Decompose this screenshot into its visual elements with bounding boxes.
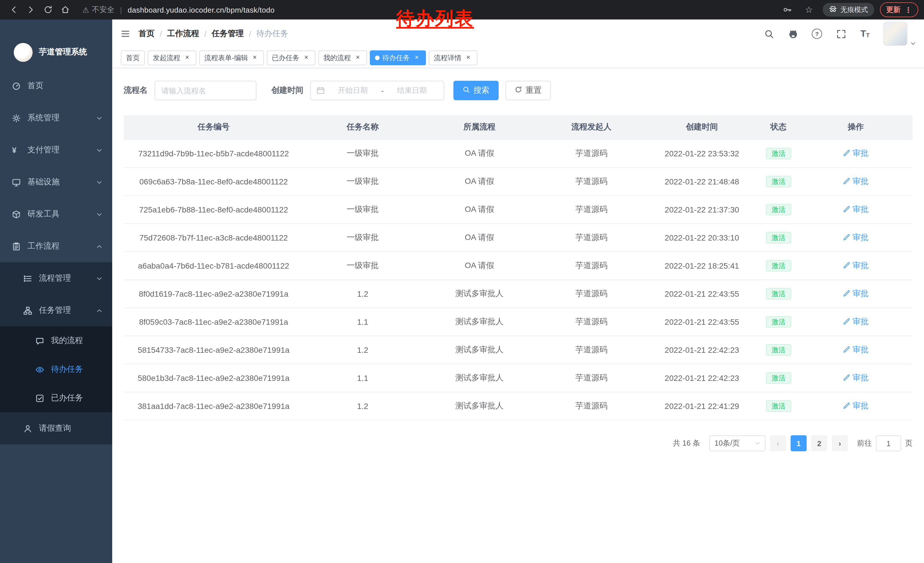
close-icon[interactable]: × [464,54,472,62]
browser-menu-icon[interactable]: ⋮ [904,6,912,14]
close-icon[interactable]: × [251,54,259,62]
url-text[interactable]: dashboard.yudao.iocoder.cn/bpm/task/todo [128,6,274,14]
sidebar-collapse-icon[interactable] [112,29,138,38]
edit-icon [843,290,850,297]
column-header: 状态 [758,115,799,140]
process-cell: 测试多审批人 [422,308,537,336]
close-icon[interactable]: × [302,54,310,62]
update-button[interactable]: 更新 ⋮ [880,2,918,17]
sidebar-item-system[interactable]: 系统管理 [0,102,112,134]
chevron-up-icon [96,243,102,249]
sidebar-item-home[interactable]: 首页 [0,70,112,102]
approve-link[interactable]: 审批 [843,261,869,271]
status-badge: 激活 [766,372,791,384]
check-square-icon [36,394,44,402]
edit-icon [843,402,850,410]
start-date-placeholder[interactable]: 开始日期 [327,86,379,96]
status-badge: 激活 [766,232,791,243]
prev-page-button[interactable]: ‹ [770,435,786,451]
address-divider: | [120,6,122,14]
close-icon[interactable]: × [183,54,191,62]
table-row: 580e1b3d-7ac8-11ec-a9e2-a2380e71991a1.1测… [124,364,912,392]
page-button-1[interactable]: 1 [790,435,807,451]
user-menu[interactable] [884,22,916,46]
tab-待办任务[interactable]: 待办任务× [370,50,426,65]
annotation-text: 待办列表 [396,6,474,32]
tab-流程表单-编辑[interactable]: 流程表单-编辑× [199,50,264,65]
process-cell: OA 请假 [422,252,537,280]
table-row: 58154733-7ac8-11ec-a9e2-a2380e71991a1.2测… [124,336,912,364]
star-icon[interactable]: ☆ [801,2,817,18]
goto-page-input[interactable] [876,435,901,451]
initiator-cell: 芋道源码 [537,224,646,252]
search-icon[interactable] [763,28,775,39]
approve-link[interactable]: 审批 [843,345,869,355]
refresh-icon[interactable] [40,2,56,18]
sidebar-item-leave-query[interactable]: 请假查询 [0,412,112,444]
goto-label: 前往 [857,438,872,449]
breadcrumb-item[interactable]: 工作流程 [167,29,199,39]
font-size-icon[interactable]: TT [859,28,871,39]
key-icon[interactable] [779,2,795,18]
sidebar-item-infrastructure[interactable]: 基础设施 [0,166,112,198]
date-range-picker[interactable]: 开始日期 - 结束日期 [310,81,444,100]
table-row: 8f059c03-7ac8-11ec-a9e2-a2380e71991a1.1测… [124,308,912,336]
approve-link[interactable]: 审批 [843,204,869,215]
breadcrumb-item[interactable]: 首页 [138,29,154,39]
sidebar-item-task-manage[interactable]: 任务管理 [0,294,112,326]
created-cell: 2022-01-21 22:43:55 [646,308,758,336]
process-cell: OA 请假 [422,140,537,168]
chevron-down-icon [910,38,916,44]
tab-已办任务[interactable]: 已办任务× [267,50,315,65]
end-date-placeholder[interactable]: 结束日期 [386,86,438,96]
sidebar-item-my-process[interactable]: 我的流程 [0,326,112,355]
reset-button[interactable]: 重置 [506,81,551,100]
sidebar-item-todo-task[interactable]: 待办任务 [0,355,112,384]
avatar[interactable] [884,22,908,46]
home-icon[interactable] [57,2,73,18]
forward-icon[interactable] [23,2,39,18]
top-navbar: 首页/工作流程/任务管理/待办任务 ?TT [112,20,924,48]
breadcrumb-separator: / [249,29,251,38]
process-name-input[interactable] [154,81,256,100]
table-row: 8f0d1619-7ac8-11ec-a9e2-a2380e71991a1.2测… [124,280,912,308]
viewport: 待办列表 ⚠ 不安全 | dashboard.yudao.iocoder.cn/… [0,0,924,563]
breadcrumb-item[interactable]: 任务管理 [212,29,244,39]
task-name-cell: 1.2 [303,392,422,420]
github-icon[interactable] [787,28,799,39]
created-cell: 2022-01-21 22:41:29 [646,392,758,420]
process-name-label: 流程名 [124,86,148,96]
tab-流程详情[interactable]: 流程详情× [429,50,477,65]
tab-我的流程[interactable]: 我的流程× [318,50,367,65]
chevron-down-icon [96,147,102,153]
search-button[interactable]: 搜索 [453,81,499,100]
sidebar-item-workflow[interactable]: 工作流程 [0,230,112,262]
approve-link[interactable]: 审批 [843,289,869,299]
app-logo[interactable]: 芋道管理系统 [0,20,112,70]
sidebar-item-payment[interactable]: ¥支付管理 [0,134,112,166]
approve-link[interactable]: 审批 [843,148,869,159]
tab-首页[interactable]: 首页 [121,50,145,65]
sidebar-item-process-manage[interactable]: 流程管理 [0,262,112,294]
help-icon[interactable]: ? [811,28,823,39]
approve-link[interactable]: 审批 [843,317,869,327]
sidebar-item-done-task[interactable]: 已办任务 [0,384,112,412]
sidebar-item-devtools[interactable]: 研发工具 [0,198,112,230]
approve-link[interactable]: 审批 [843,233,869,243]
page-size-select[interactable]: 10条/页 [710,435,765,451]
fullscreen-icon[interactable] [835,28,847,39]
security-warning[interactable]: ⚠ 不安全 [82,5,114,15]
page-button-2[interactable]: 2 [811,435,827,451]
close-icon[interactable]: × [413,54,421,62]
monitor-icon [12,178,21,186]
back-icon[interactable] [6,2,22,18]
tab-发起流程[interactable]: 发起流程× [148,50,196,65]
next-page-button[interactable]: › [832,435,848,451]
column-header: 任务名称 [303,115,422,140]
goto-unit-label: 页 [905,438,912,449]
approve-link[interactable]: 审批 [843,373,869,383]
sidebar-item-label: 任务管理 [39,305,71,315]
approve-link[interactable]: 审批 [843,176,869,187]
approve-link[interactable]: 审批 [843,401,869,411]
close-icon[interactable]: × [354,54,362,62]
